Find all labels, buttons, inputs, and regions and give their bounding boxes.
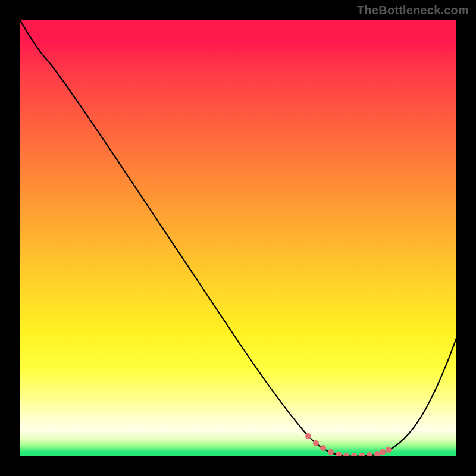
- svg-point-0: [305, 433, 311, 439]
- curve-layer: [20, 20, 456, 456]
- svg-point-10: [380, 449, 386, 455]
- bottleneck-curve: [20, 20, 456, 456]
- plot-area: [20, 20, 456, 456]
- optimal-range-markers: [305, 433, 392, 456]
- chart-frame: TheBottleneck.com: [0, 0, 476, 476]
- svg-point-5: [343, 453, 349, 456]
- svg-point-9: [374, 451, 380, 456]
- svg-point-2: [320, 445, 326, 451]
- svg-point-11: [386, 447, 392, 453]
- svg-point-8: [367, 452, 372, 456]
- svg-point-6: [351, 453, 357, 456]
- svg-point-4: [336, 452, 342, 456]
- svg-point-1: [313, 440, 319, 446]
- svg-point-3: [328, 449, 334, 455]
- svg-point-7: [359, 453, 365, 456]
- watermark-text: TheBottleneck.com: [357, 4, 469, 17]
